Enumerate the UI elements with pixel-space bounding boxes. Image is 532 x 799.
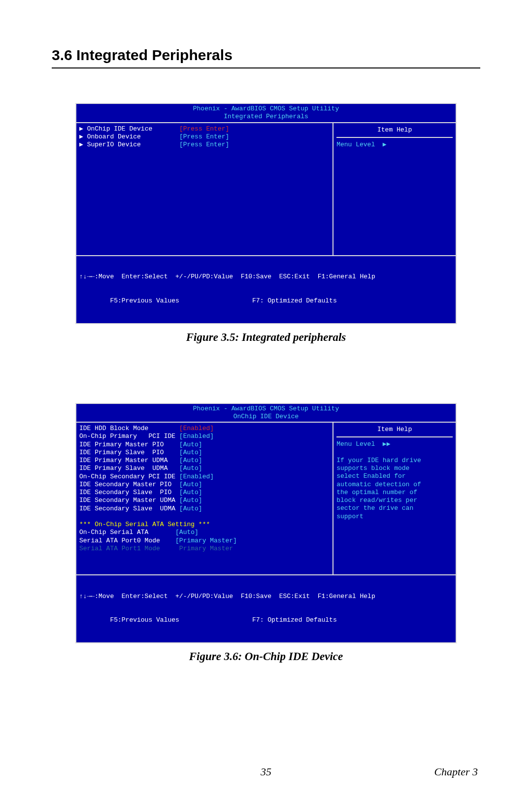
menu-row[interactable]: IDE Primary Master PIO [Auto] [79, 441, 330, 449]
menu-row-onboard-device[interactable]: ▶ Onboard Device [Press Enter] [79, 133, 330, 141]
menu-row[interactable]: Serial ATA Port0 Mode [Primary Master] [79, 537, 330, 545]
page-number: 35 [261, 766, 271, 778]
section-heading: 3.6 Integrated Peripherals [52, 47, 480, 64]
bios-main-panel: IDE HDD Block Mode [Enabled] On-Chip Pri… [76, 423, 333, 574]
item-help-title: Item Help [336, 125, 453, 138]
bios-title-line1: Phoenix - AwardBIOS CMOS Setup Utility [193, 105, 339, 112]
help-text-line: support [336, 513, 453, 521]
help-text-line: automatic detection of [336, 481, 453, 489]
menu-value: [Enabled] [179, 433, 214, 440]
menu-value: [Enabled] [179, 473, 214, 480]
help-text-line: sector the drive can [336, 504, 453, 512]
menu-value: [Auto] [179, 449, 202, 456]
menu-value: [Auto] [179, 497, 202, 504]
footer-line1: ↑↓→←:Move Enter:Select +/-/PU/PD:Value F… [79, 593, 453, 600]
bios-screenshot-onchip-ide: Phoenix - AwardBIOS CMOS Setup Utility O… [75, 403, 457, 644]
help-text-line: supports block mode [336, 465, 453, 472]
menu-value: [Press Enter] [179, 125, 229, 133]
menu-row[interactable]: On-Chip Secondary PCI IDE [Enabled] [79, 473, 330, 481]
menu-value: [Enabled] [179, 425, 214, 432]
bios-title-line2: Integrated Peripherals [224, 113, 308, 120]
menu-value: [Press Enter] [179, 141, 229, 148]
menu-row[interactable]: IDE Secondary Master PIO [Auto] [79, 481, 330, 489]
menu-value: [Auto] [179, 505, 202, 512]
bios-footer: ↑↓→←:Move Enter:Select +/-/PU/PD:Value F… [76, 256, 456, 323]
help-text-line: If your IDE hard drive [336, 457, 453, 465]
triangle-right-icon: ▶▶ [383, 440, 391, 448]
menu-value: [Press Enter] [179, 133, 229, 140]
menu-value: [Primary Master] [175, 537, 237, 544]
triangle-right-icon: ▶ [79, 125, 87, 133]
footer-line2: F5:Previous Values F7: Optimized Default… [79, 616, 453, 624]
bios-title: Phoenix - AwardBIOS CMOS Setup Utility I… [76, 104, 456, 122]
menu-row[interactable]: IDE HDD Block Mode [Enabled] [79, 425, 330, 433]
triangle-right-icon: ▶ [383, 141, 387, 148]
footer-line2: F5:Previous Values F7: Optimized Default… [79, 297, 453, 305]
bios-footer: ↑↓→←:Move Enter:Select +/-/PU/PD:Value F… [76, 575, 456, 642]
menu-row[interactable]: IDE Secondary Slave UDMA [Auto] [79, 505, 330, 513]
menu-value: [Auto] [179, 481, 202, 488]
chapter-label: Chapter 3 [434, 766, 478, 778]
menu-value: [Auto] [179, 457, 202, 464]
menu-row[interactable]: On-Chip Serial ATA [Auto] [79, 529, 330, 536]
menu-value: Primary Master [175, 545, 233, 552]
bios-title-line1: Phoenix - AwardBIOS CMOS Setup Utility [193, 405, 339, 412]
sata-section-heading: *** On-Chip Serial ATA Setting *** [79, 521, 330, 529]
menu-value: [Auto] [179, 441, 202, 448]
menu-level-row: Menu Level ▶▶ [336, 440, 453, 448]
menu-row[interactable]: IDE Primary Slave PIO [Auto] [79, 449, 330, 457]
triangle-right-icon: ▶ [79, 133, 87, 140]
item-help-title: Item Help [336, 425, 453, 437]
menu-row-superio-device[interactable]: ▶ SuperIO Device [Press Enter] [79, 141, 330, 149]
heading-rule [52, 67, 480, 68]
help-text-line: block read/writes per [336, 497, 453, 504]
menu-row-disabled: Serial ATA Port1 Mode Primary Master [79, 545, 330, 553]
help-text-line: the optimal number of [336, 489, 453, 497]
footer-line1: ↑↓→←:Move Enter:Select +/-/PU/PD:Value F… [79, 273, 453, 281]
bios-main-panel: ▶ OnChip IDE Device [Press Enter] ▶ Onbo… [76, 123, 333, 255]
menu-row[interactable]: IDE Secondary Master UDMA [Auto] [79, 497, 330, 504]
menu-value: [Auto] [175, 529, 199, 536]
bios-help-panel: Item Help Menu Level ▶▶ If your IDE hard… [333, 423, 456, 574]
bios-help-panel: Item Help Menu Level ▶ [333, 123, 456, 255]
menu-level-row: Menu Level ▶ [336, 141, 453, 149]
figure-caption-1: Figure 3.5: Integrated peripherals [52, 331, 480, 344]
menu-row-onchip-ide[interactable]: ▶ OnChip IDE Device [Press Enter] [79, 125, 330, 133]
menu-value: [Auto] [179, 489, 202, 496]
menu-row[interactable]: On-Chip Primary PCI IDE [Enabled] [79, 433, 330, 440]
help-text-line: select Enabled for [336, 472, 453, 480]
menu-value: [Auto] [179, 465, 202, 472]
bios-title-line2: OnChip IDE Device [233, 413, 299, 420]
menu-row[interactable]: IDE Primary Slave UDMA [Auto] [79, 465, 330, 472]
bios-title: Phoenix - AwardBIOS CMOS Setup Utility O… [76, 404, 456, 422]
menu-row[interactable]: IDE Secondary Slave PIO [Auto] [79, 489, 330, 497]
bios-screenshot-integrated-peripherals: Phoenix - AwardBIOS CMOS Setup Utility I… [75, 103, 457, 324]
menu-row[interactable]: IDE Primary Master UDMA [Auto] [79, 457, 330, 465]
triangle-right-icon: ▶ [79, 141, 87, 148]
figure-caption-2: Figure 3.6: On-Chip IDE Device [52, 650, 480, 663]
